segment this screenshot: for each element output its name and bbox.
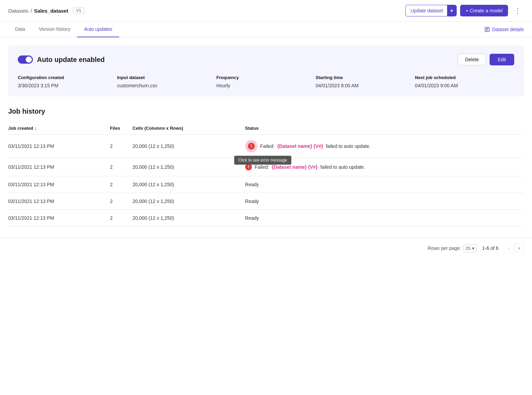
tab-auto-updates[interactable]: Auto updates — [77, 22, 119, 37]
auto-update-header: Auto update enabled Delete Edit — [18, 54, 514, 65]
failed-text: Failed: — [260, 143, 275, 149]
failed-suffix: failed to auto update. — [326, 143, 371, 149]
th-job-created[interactable]: Job created ↓ — [8, 122, 110, 135]
failed-suffix: failed to auto update. — [320, 164, 365, 170]
status-failed: !Failed: {Dataset name} {V#} failed to a… — [245, 164, 524, 170]
sort-icon: ↓ — [35, 126, 37, 131]
dataset-details-link[interactable]: Dataset details — [484, 22, 524, 37]
header-actions: Update dataset ▾ + Create a model ⋮ — [405, 5, 524, 16]
status-ready: Ready — [245, 182, 259, 187]
breadcrumb-separator: / — [30, 8, 32, 14]
config-input-dataset: Input dataset customerchurn.csv — [117, 75, 216, 88]
table-row: 03/11/2021 12:13 PM220,000 (12 x 1,250)R… — [8, 176, 524, 193]
tabs-bar: Data Version history Auto updates Datase… — [0, 22, 532, 37]
version-badge: V1 — [73, 7, 84, 14]
page-info: 1-6 of 6 — [482, 245, 498, 251]
config-frequency: Frequency Hourly — [216, 75, 316, 88]
cell-job-created: 03/11/2021 12:13 PM — [8, 193, 110, 210]
config-created: Configuration created 3/30/2023 3:15 PM — [18, 75, 117, 88]
pagination-bar: Rows per page: 25 ▾ 1-6 of 6 ‹ › — [0, 238, 532, 258]
error-icon: ! — [245, 164, 252, 170]
cell-status: !Click to see error messageFailed: {Data… — [245, 135, 524, 158]
page-header: Datasets / Sales_dataset V1 Update datas… — [0, 0, 532, 22]
auto-update-card: Auto update enabled Delete Edit Configur… — [8, 46, 524, 97]
more-options-button[interactable]: ⋮ — [511, 5, 524, 16]
cell-cells: 20,000 (12 x 1,250) — [132, 158, 245, 176]
cell-cells: 20,000 (12 x 1,250) — [132, 210, 245, 227]
cell-files: 2 — [110, 135, 132, 158]
table-header-row: Job created ↓ Files Cells (Columns x Row… — [8, 122, 524, 135]
create-model-button[interactable]: + Create a model — [460, 5, 508, 16]
status-failed: !Click to see error messageFailed: {Data… — [245, 140, 524, 152]
cell-files: 2 — [110, 176, 132, 193]
auto-update-title: Auto update enabled — [18, 55, 105, 64]
config-starting-time: Starting time 04/01/2023 8:00 AM — [316, 75, 415, 88]
table-row: 03/11/2021 12:13 PM220,000 (12 x 1,250)!… — [8, 135, 524, 158]
th-files: Files — [110, 122, 132, 135]
table-row: 03/11/2021 12:13 PM220,000 (12 x 1,250)R… — [8, 210, 524, 227]
cell-status: Ready — [245, 193, 524, 210]
breadcrumb-current: Sales_dataset — [34, 8, 68, 14]
status-ready: Ready — [245, 199, 259, 204]
cell-job-created: 03/11/2021 12:13 PM — [8, 135, 110, 158]
cell-job-created: 03/11/2021 12:13 PM — [8, 210, 110, 227]
status-ready: Ready — [245, 215, 259, 221]
cell-cells: 20,000 (12 x 1,250) — [132, 176, 245, 193]
job-history-table: Job created ↓ Files Cells (Columns x Row… — [8, 122, 524, 227]
cell-job-created: 03/11/2021 12:13 PM — [8, 176, 110, 193]
update-dataset-dropdown-arrow[interactable]: ▾ — [447, 5, 456, 16]
tab-version-history[interactable]: Version history — [32, 22, 77, 37]
cell-status: Ready — [245, 176, 524, 193]
cell-files: 2 — [110, 158, 132, 176]
breadcrumb-parent[interactable]: Datasets — [8, 8, 28, 14]
failed-text: Failed: — [255, 164, 269, 170]
prev-page-button[interactable]: ‹ — [504, 243, 514, 253]
card-actions: Delete Edit — [458, 54, 514, 65]
cell-cells: 20,000 (12 x 1,250) — [132, 193, 245, 210]
delete-button[interactable]: Delete — [458, 54, 486, 65]
cell-files: 2 — [110, 210, 132, 227]
th-cells: Cells (Columns x Rows) — [132, 122, 245, 135]
th-status: Status — [245, 122, 524, 135]
failed-highlight: {Dataset name} {V#} — [277, 143, 323, 149]
rows-per-page-select[interactable]: 25 ▾ — [463, 244, 477, 252]
update-dataset-button[interactable]: Update dataset ▾ — [405, 5, 457, 16]
dataset-details-icon — [484, 27, 490, 32]
page-navigation: ‹ › — [504, 243, 524, 253]
error-icon: ! — [248, 143, 255, 150]
table-row: 03/11/2021 12:13 PM220,000 (12 x 1,250)R… — [8, 193, 524, 210]
rows-per-page: Rows per page: 25 ▾ — [428, 244, 477, 252]
table-row: 03/11/2021 12:13 PM220,000 (12 x 1,250)!… — [8, 158, 524, 176]
breadcrumb: Datasets / Sales_dataset V1 — [8, 7, 84, 14]
cell-cells: 20,000 (12 x 1,250) — [132, 135, 245, 158]
tab-data[interactable]: Data — [8, 22, 32, 37]
cell-job-created: 03/11/2021 12:13 PM — [8, 158, 110, 176]
job-history-title: Job history — [8, 107, 524, 115]
next-page-button[interactable]: › — [514, 243, 524, 253]
cell-status: !Failed: {Dataset name} {V#} failed to a… — [245, 158, 524, 176]
auto-update-toggle[interactable] — [18, 55, 33, 64]
error-icon-hover[interactable]: !Click to see error message — [245, 140, 257, 152]
main-content: Auto update enabled Delete Edit Configur… — [0, 37, 532, 235]
config-grid: Configuration created 3/30/2023 3:15 PM … — [18, 75, 514, 88]
failed-highlight: {Dataset name} {V#} — [272, 164, 318, 170]
config-next-job: Next job scheduled 04/01/2023 9:00 AM — [415, 75, 514, 88]
edit-button[interactable]: Edit — [490, 54, 514, 65]
job-history-table-wrapper: Job created ↓ Files Cells (Columns x Row… — [8, 122, 524, 227]
cell-status: Ready — [245, 210, 524, 227]
cell-files: 2 — [110, 193, 132, 210]
